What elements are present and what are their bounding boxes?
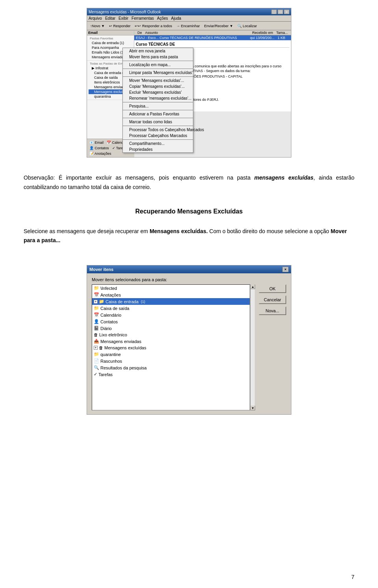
nav-notes[interactable]: 📝 Anotações: [88, 151, 113, 156]
folder-icon-lixo: 🗑: [94, 332, 98, 337]
observation-paragraph: Observação: É importante excluir as mens…: [24, 173, 354, 192]
ctx-open-new-window[interactable]: Abrir em nova janela: [123, 48, 193, 54]
outlook-window: Mensagens excluídas - Microsoft Outlook …: [87, 8, 291, 157]
folder-name-lixo: Lixo eletrônico: [99, 332, 127, 337]
obs-italic-bold: mensagens excluídas: [254, 174, 313, 181]
expand-icon-excluidas: +: [94, 346, 98, 350]
folder-list-container[interactable]: 📁 \Infected 📅 Anotações: [92, 284, 250, 410]
page-number: 7: [351, 574, 354, 580]
dialog-nova-button[interactable]: Nova...: [259, 306, 286, 315]
dialog-buttons: OK Cancelar Nova...: [259, 284, 286, 410]
outlook-titlebar: Mensagens excluídas - Microsoft Outlook …: [87, 8, 291, 15]
obs-bold-1: mensagens excluídas: [254, 174, 313, 181]
toolbar-reply-all[interactable]: ↩↩ Responder a todos: [133, 23, 174, 29]
scroll-down-button[interactable]: ▼: [250, 406, 255, 410]
outlook-toolbar: ↑Novo ▼ ↩ Responder ↩↩ Responder a todos…: [87, 22, 291, 30]
ctx-adicionar-favoritas[interactable]: Adicionar a Pastas Favoritas: [123, 111, 193, 117]
folder-item-quarantine[interactable]: 📁 quarantine: [92, 351, 250, 358]
nav-contacts[interactable]: 👤 Contatos: [88, 145, 111, 151]
folder-item-caixa-entrada[interactable]: + 📁 Caixa de entrada (1): [92, 298, 250, 305]
folder-icon-resultados: 🔍: [94, 365, 99, 370]
ctx-localizacao[interactable]: Localização em mapa...: [123, 62, 193, 68]
folder-icon-excluidas: 🗑: [99, 345, 103, 350]
instr-line2: Com o botão direito do mouse selecione a…: [208, 228, 331, 234]
email-size: 1 KB: [278, 36, 289, 40]
dialog-body: 📁 \Infected 📅 Anotações: [92, 284, 286, 410]
outlook-title: Mensagens excluídas - Microsoft Outlook: [89, 10, 161, 14]
dialog-titlebar: Mover itens ×: [87, 265, 291, 273]
close-btn[interactable]: ×: [284, 9, 289, 14]
folder-item-diario[interactable]: 📓 Diário: [92, 325, 250, 332]
email-from: ESAJ - Esco...: [136, 36, 159, 40]
ctx-marcar-lidas[interactable]: Marcar todas como lidas: [123, 119, 193, 125]
menu-acoes[interactable]: Ações: [157, 16, 168, 20]
window-controls: _ □ ×: [271, 9, 289, 14]
folder-name-contatos: Contatos: [100, 319, 118, 324]
email-list-header: De Assunto Recebido em Tama...: [134, 30, 291, 35]
ctx-move-items[interactable]: Mover Itens para esta pasta: [123, 54, 193, 60]
folder-icon-diario: 📓: [94, 326, 99, 331]
col-size: Tama...: [274, 31, 289, 35]
maximize-btn[interactable]: □: [278, 9, 283, 14]
scroll-up-button[interactable]: ▲: [250, 284, 255, 289]
folder-item-infected[interactable]: 📁 \Infected: [92, 285, 250, 291]
preview-subject: Curso TÉCNICAS DE: [136, 42, 289, 48]
ctx-renomear[interactable]: Renomear 'mensagens excluídas'...: [123, 95, 193, 101]
ctx-sep-6: [123, 118, 193, 118]
folder-item-resultados[interactable]: 🔍 Resultados da pesquisa: [92, 364, 250, 371]
folder-icon-tarefas: ✓: [94, 372, 97, 377]
bottom-dialog-screenshot: Mover itens × Mover itens selecionados p…: [87, 265, 291, 415]
toolbar-novo[interactable]: ↑Novo ▼: [89, 23, 106, 29]
toolbar-reply[interactable]: ↩ Responder: [107, 23, 132, 29]
menu-ferramentas[interactable]: Ferramentas: [132, 16, 154, 20]
folder-name-infected: \Infected: [100, 286, 117, 291]
page-container: Mensagens excluídas - Microsoft Outlook …: [0, 0, 378, 588]
ctx-sep-8: [123, 139, 193, 140]
ctx-pesquisa[interactable]: Pesquisa...: [123, 103, 193, 109]
dialog-close-button[interactable]: ×: [282, 267, 289, 272]
sidebar-item-inbox[interactable]: Caixa de entrada (1): [89, 41, 132, 45]
scroll-track: [250, 289, 255, 406]
menu-editar[interactable]: Editar: [105, 16, 115, 20]
folder-item-contatos[interactable]: 👤 Contatos: [92, 318, 250, 325]
nav-email[interactable]: 📧 Email: [88, 140, 105, 145]
toolbar-forward[interactable]: → Encaminhar: [175, 23, 202, 29]
ctx-propriedades[interactable]: Propriedades: [123, 147, 193, 152]
ctx-limpar-pasta[interactable]: Limpar pasta 'Mensagens excluídas': [123, 70, 193, 76]
dialog-cancel-button[interactable]: Cancelar: [259, 295, 286, 304]
folder-name-saida: Caixa de saída: [100, 306, 129, 311]
ctx-copiar[interactable]: Copiar 'Mensagens excluídas'...: [123, 83, 193, 89]
menu-arquivo[interactable]: Arquivo: [89, 16, 102, 20]
obs-middle: mensagens, pois enquanto estiverem na pa…: [121, 174, 254, 181]
folder-item-anotacoes[interactable]: 📅 Anotações: [92, 291, 250, 298]
email-item-selected[interactable]: ESAJ - Esco... Curso TÉCNICAS DE REUNIÕE…: [134, 35, 291, 41]
toolbar-find[interactable]: 🔍 Localizar: [236, 23, 259, 29]
menu-exibir[interactable]: Exibir: [119, 16, 128, 20]
menu-ajuda[interactable]: Ajuda: [171, 16, 182, 20]
ctx-mover[interactable]: Mover 'Mensagens excluídas'...: [123, 78, 193, 83]
toolbar-send-receive[interactable]: Enviar/Receber ▼: [203, 23, 235, 29]
section-heading: Recuperando Mensagens Excluídas: [135, 208, 243, 215]
folder-list-scrollbar[interactable]: ▲ ▼: [250, 284, 255, 410]
folder-name-resultados: Resultados da pesquisa: [100, 365, 146, 370]
dialog-ok-button[interactable]: OK: [259, 284, 286, 293]
folder-item-calendario[interactable]: 📅 Calendário: [92, 312, 250, 318]
folder-item-lixo[interactable]: 🗑 Lixo eletrônico: [92, 332, 250, 338]
ctx-excluir[interactable]: Excluir 'Mensagens excluídas': [123, 89, 193, 95]
folder-item-caixa-saida[interactable]: 📁 Caixa de saída: [92, 305, 250, 312]
folder-item-tarefas[interactable]: ✓ Tarefas: [92, 371, 250, 378]
obs-highlight: as: [115, 174, 121, 181]
minimize-btn[interactable]: _: [271, 9, 277, 14]
dialog-label: Mover itens selecionados para a pasta:: [92, 277, 286, 282]
folder-item-rascunhos[interactable]: 📄 Rascunhos: [92, 358, 250, 364]
folder-item-mensagens-excluidas[interactable]: + 🗑 Mensagens excluídas: [92, 345, 250, 351]
ctx-compartilhamento[interactable]: Compartilhamento...: [123, 141, 193, 147]
ctx-processar-todos[interactable]: Processar Todos os Cabeçalhos Marcados: [123, 127, 193, 133]
folder-name-calendario: Calendário: [100, 313, 121, 317]
folder-item-mensagens-enviadas[interactable]: 📤 Mensagens enviadas: [92, 338, 250, 345]
ctx-processar[interactable]: Processar Cabeçalhos Marcados: [123, 133, 193, 139]
ctx-sep-4: [123, 102, 193, 102]
folder-badge-entrada: (1): [140, 300, 146, 304]
folder-icon-infected: 📁: [94, 286, 99, 291]
instr-line1-prefix: Selecione as mensagens que deseja recupe…: [24, 228, 150, 234]
